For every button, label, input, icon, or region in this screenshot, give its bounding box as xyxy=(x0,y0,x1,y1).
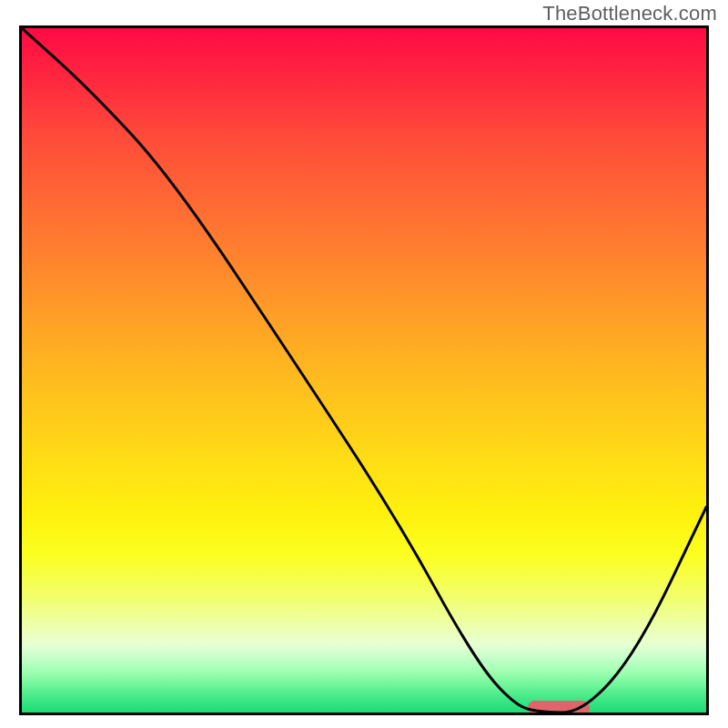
bottleneck-curve xyxy=(22,28,706,713)
curve-layer xyxy=(22,28,706,713)
watermark-text: TheBottleneck.com xyxy=(542,2,717,25)
plot-area xyxy=(19,25,709,715)
chart-frame: TheBottleneck.com xyxy=(0,0,728,728)
